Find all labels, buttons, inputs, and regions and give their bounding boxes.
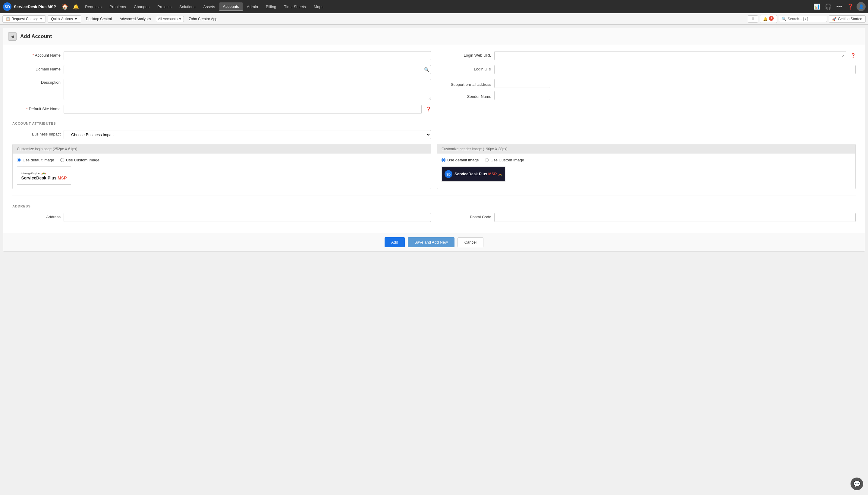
business-impact-select[interactable]: -- Choose Business Impact -- <box>64 130 431 139</box>
customize-panels: Customize login page (252px X 61px) Use … <box>12 144 856 189</box>
account-name-group: Account Name <box>12 51 431 60</box>
account-attributes-section: ACCOUNT ATTRIBUTES <box>12 119 856 125</box>
quick-actions-dropdown[interactable]: Quick Actions ▼ <box>48 15 81 22</box>
sender-name-input[interactable] <box>494 91 550 100</box>
login-uri-label: Login URI <box>437 65 491 71</box>
nav-changes[interactable]: Changes <box>130 3 153 11</box>
domain-search-icon[interactable]: 🔍 <box>424 67 429 72</box>
customize-login-header: Customize login page (252px X 61px) <box>13 144 431 154</box>
page-title: Add Account <box>20 33 52 39</box>
desktop-central-link[interactable]: Desktop Central <box>83 16 115 22</box>
use-custom-login-radio[interactable] <box>60 158 64 162</box>
site-help-icon[interactable]: ❓ <box>426 105 431 112</box>
login-url-group: Login Web URL ↗ ❓ <box>437 51 856 60</box>
notification-button[interactable]: 🔔 1 <box>760 15 777 23</box>
all-accounts-select[interactable]: All Accounts ▼ <box>156 16 184 22</box>
customize-login-size: (252px X 61px) <box>53 147 77 151</box>
screen-record-button[interactable]: 🖥 <box>748 15 758 22</box>
address-section: ADDRESS Address Postal Code <box>12 195 856 222</box>
login-radio-group: Use default image Use Custom Image <box>17 158 426 162</box>
advanced-analytics-link[interactable]: Advanced Analytics <box>117 16 154 22</box>
svg-text:SD: SD <box>446 173 451 176</box>
customize-login-body: Use default image Use Custom Image Manag… <box>13 154 431 189</box>
help-button[interactable]: ❓ <box>845 2 855 11</box>
row-account-login: Account Name Login Web URL ↗ ❓ <box>12 51 856 60</box>
row-site-name: Default Site Name Common Site ❓ <box>12 105 856 114</box>
nav-solutions[interactable]: Solutions <box>176 3 199 11</box>
use-custom-header-radio[interactable] <box>485 158 489 162</box>
getting-started-label: Getting Started <box>838 17 862 21</box>
customize-header-size: (190px X 38px) <box>483 147 507 151</box>
sender-name-label: Sender Name <box>437 92 491 99</box>
nav-assets[interactable]: Assets <box>200 3 219 11</box>
login-url-label: Login Web URL <box>437 51 491 57</box>
save-and-add-new-button[interactable]: Save and Add New <box>408 237 455 247</box>
zoho-creator-link[interactable]: Zoho Creator App <box>186 16 220 22</box>
nav-accounts[interactable]: Accounts <box>219 2 243 11</box>
use-default-header-radio[interactable] <box>442 158 445 162</box>
use-default-header-option[interactable]: Use default image <box>442 158 479 162</box>
nav-maps[interactable]: Maps <box>310 3 327 11</box>
nav-timesheets[interactable]: Time Sheets <box>281 3 310 11</box>
user-avatar[interactable]: 👤 <box>856 2 866 11</box>
use-default-login-option[interactable]: Use default image <box>17 158 54 162</box>
header-radio-group: Use default image Use Custom Image <box>442 158 851 162</box>
add-button[interactable]: Add <box>384 237 405 247</box>
nav-requests[interactable]: Requests <box>81 3 105 11</box>
external-link-icon[interactable]: ↗ <box>841 54 845 58</box>
support-email-group: Support e-mail address Sender Name <box>437 79 856 100</box>
nav-projects[interactable]: Projects <box>154 3 175 11</box>
bell-icon: 🔔 <box>763 17 768 21</box>
nav-problems[interactable]: Problems <box>106 3 130 11</box>
notification-bell[interactable]: 🔔 <box>71 3 81 11</box>
getting-started-button[interactable]: 🚀 Getting Started <box>829 15 866 22</box>
support-email-input[interactable] <box>494 79 550 88</box>
login-url-help-icon[interactable]: ❓ <box>851 51 856 58</box>
postal-code-input[interactable] <box>494 213 856 222</box>
login-uri-input[interactable] <box>494 65 856 74</box>
quick-actions-caret: ▼ <box>74 17 78 21</box>
use-custom-header-label: Use Custom Image <box>491 158 524 162</box>
getting-started-icon: 🚀 <box>832 17 837 21</box>
row-desc-email: Description Support e-mail address Sende… <box>12 79 856 100</box>
nav-admin[interactable]: Admin <box>243 3 262 11</box>
row-domain-loginuri: Domain Name 🔍 Login URI <box>12 65 856 74</box>
login-url-input[interactable] <box>494 51 846 60</box>
request-catalog-icon: 📋 <box>6 17 10 21</box>
use-custom-login-option[interactable]: Use Custom Image <box>60 158 99 162</box>
search-icon: 🔍 <box>782 17 786 21</box>
default-site-label: Default Site Name <box>12 105 61 111</box>
more-options-button[interactable]: ••• <box>835 2 844 11</box>
postal-code-group: Postal Code <box>437 213 856 222</box>
request-catalog-button[interactable]: 📋 Request Catalog ▼ <box>2 15 46 22</box>
header-logo-icon: SD <box>444 170 453 178</box>
use-default-login-radio[interactable] <box>17 158 21 162</box>
search-input[interactable] <box>788 17 824 21</box>
address-group: Address <box>12 213 431 222</box>
chart-icon-button[interactable]: 📊 <box>812 2 822 11</box>
default-site-input[interactable]: Common Site <box>64 105 422 114</box>
account-name-label: Account Name <box>12 51 61 57</box>
screen-record-icon: 🖥 <box>751 17 755 21</box>
description-textarea[interactable] <box>64 79 431 100</box>
business-impact-label: Business Impact <box>12 130 61 136</box>
use-default-header-label: Use default image <box>447 158 479 162</box>
nav-billing[interactable]: Billing <box>262 3 280 11</box>
customize-login-panel: Customize login page (252px X 61px) Use … <box>12 144 431 189</box>
business-impact-group: Business Impact -- Choose Business Impac… <box>12 130 431 139</box>
page-header: ◀ Add Account <box>3 28 865 45</box>
address-input[interactable] <box>64 213 431 222</box>
use-custom-header-option[interactable]: Use Custom Image <box>485 158 524 162</box>
form-area: Account Name Login Web URL ↗ ❓ Domain Na… <box>3 45 865 233</box>
cancel-button[interactable]: Cancel <box>458 237 484 247</box>
postal-code-label: Postal Code <box>437 213 491 219</box>
back-button[interactable]: ◀ <box>8 32 17 41</box>
home-button[interactable]: 🏠 <box>59 2 70 11</box>
domain-name-input[interactable] <box>64 65 431 74</box>
headset-icon-button[interactable]: 🎧 <box>823 2 833 11</box>
account-name-input[interactable] <box>64 51 431 60</box>
login-logo-preview: ManageEngine ServiceDesk Plus MSP <box>17 167 71 185</box>
address-label: Address <box>12 213 61 219</box>
customize-header-panel: Customize header image (190px X 38px) Us… <box>437 144 856 189</box>
all-accounts-caret: ▼ <box>178 17 182 21</box>
